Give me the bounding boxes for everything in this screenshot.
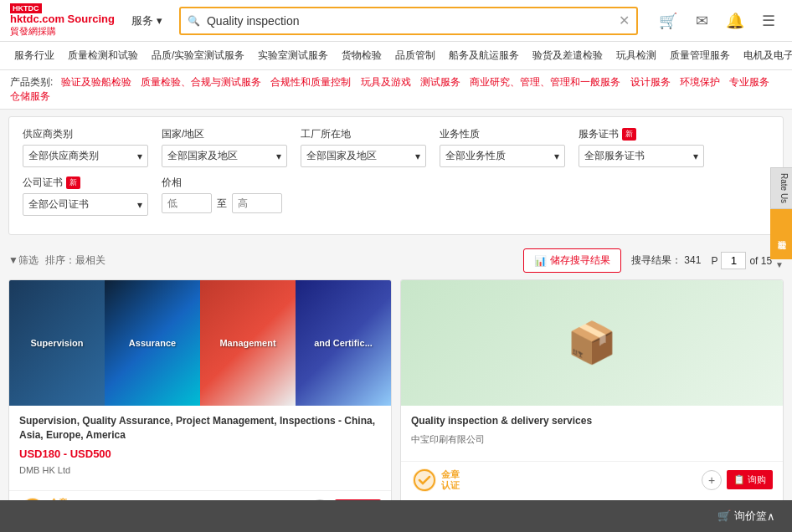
product-image-section: Supervision xyxy=(9,280,105,406)
price-low-input[interactable] xyxy=(162,193,212,213)
product-image-section: Management xyxy=(200,280,296,406)
type-nav: 产品类别: 验证及验船检验 质量检验、合规与测试服务 合规性和质量控制 玩具及游… xyxy=(0,70,792,110)
search-clear-icon[interactable]: ✕ xyxy=(619,13,630,28)
search-right: 📊 储存搜寻结果 搜寻结果： 341 P of 15 ▲ ▼ xyxy=(523,248,784,273)
price-to-label: 至 xyxy=(217,197,227,211)
rate-us-button[interactable]: Rate Us xyxy=(770,167,792,209)
cat-nav-item[interactable]: 质量管理服务 xyxy=(666,47,734,64)
services-label: 服务 xyxy=(131,13,153,28)
menu-icon[interactable]: ☰ xyxy=(755,8,782,34)
type-nav-link[interactable]: 质量检验、合规与测试服务 xyxy=(141,76,261,88)
service-cert-filter: 服务证书 新 全部服务证书 ▾ xyxy=(579,127,704,167)
search-controls: ▼筛选 排序：最相关 📊 储存搜寻结果 搜寻结果： 341 P of 15 ▲ … xyxy=(0,242,792,279)
type-nav-link[interactable]: 商业研究、管理、管理和一般服务 xyxy=(470,76,620,88)
cat-nav-item[interactable]: 船务及航运服务 xyxy=(445,47,523,64)
cat-nav-item[interactable]: 玩具检测 xyxy=(612,47,661,64)
product-image: 📦 xyxy=(401,280,783,406)
add-to-cart-button[interactable]: + xyxy=(702,470,722,490)
filter-row-1: 供应商类别 全部供应商类别 ▾ 国家/地区 全部国家及地区 ▾ 工厂所在地 全部… xyxy=(23,127,769,167)
inquiry-label: 询购 xyxy=(748,473,766,486)
search-input[interactable] xyxy=(207,14,619,28)
type-nav-link[interactable]: 测试服务 xyxy=(420,76,460,88)
type-nav-link[interactable]: 专业服务 xyxy=(729,76,769,88)
chevron-down-icon: ▾ xyxy=(137,151,142,162)
save-icon: 📊 xyxy=(534,255,547,267)
logo-area: HKTDC hktdc.com Sourcing 貿發網採購 xyxy=(10,3,115,38)
filter-row-2: 公司证书 新 全部公司证书 ▾ 价相 至 xyxy=(23,176,769,216)
type-nav-link[interactable]: 玩具及游戏 xyxy=(361,76,411,88)
cert-text: 金章认证 xyxy=(441,469,460,491)
service-cert-select[interactable]: 全部服务证书 ▾ xyxy=(579,145,704,167)
image-label: and Certific... xyxy=(311,335,376,351)
type-nav-link[interactable]: 合规性和质量控制 xyxy=(270,76,351,88)
total-pages-label: of 15 xyxy=(749,255,772,267)
side-panel: Rate Us 智能助理 xyxy=(770,167,792,259)
business-label: 业务性质 xyxy=(440,127,565,141)
save-results-button[interactable]: 📊 储存搜寻结果 xyxy=(523,248,621,273)
services-nav[interactable]: 服务 ▾ xyxy=(123,13,171,28)
factory-label: 工厂所在地 xyxy=(301,127,426,141)
chevron-down-icon: ▾ xyxy=(137,199,142,211)
cart-icon[interactable]: 🛒 xyxy=(655,8,681,34)
warehouse-illustration: 📦 xyxy=(567,320,617,366)
type-nav-link[interactable]: 设计服务 xyxy=(630,76,671,88)
product-image: Supervision Assurance Management and Cer… xyxy=(9,280,391,406)
product-title: Quality inspection & delivery services xyxy=(411,414,773,428)
price-high-input[interactable] xyxy=(232,193,282,213)
type-nav-link[interactable]: 验证及验船检验 xyxy=(61,76,131,88)
type-nav-link[interactable]: 仓储服务 xyxy=(10,90,50,102)
image-label: Assurance xyxy=(126,335,179,351)
business-select[interactable]: 全部业务性质 ▾ xyxy=(440,145,565,167)
image-label: Supervision xyxy=(28,335,87,351)
cat-nav-item[interactable]: 验货及差遣检验 xyxy=(528,47,607,64)
image-label: Management xyxy=(216,335,279,351)
cat-nav-item[interactable]: 货物检验 xyxy=(337,47,386,64)
product-info: Supervision, Quality Assurance, Project … xyxy=(9,406,391,490)
search-bar: 🔍 ✕ xyxy=(179,7,638,35)
product-grid: Supervision Assurance Management and Cer… xyxy=(0,279,792,532)
site-name: hktdc.com Sourcing xyxy=(10,13,115,25)
company-cert-filter: 公司证书 新 全部公司证书 ▾ xyxy=(23,176,148,216)
cert-badge: 金章认证 xyxy=(411,467,460,494)
header-icons: 🛒 ✉ 🔔 ☰ xyxy=(655,8,782,34)
chevron-down-icon: ▾ xyxy=(276,151,281,162)
country-value: 全部国家及地区 xyxy=(167,149,238,163)
company-cert-select[interactable]: 全部公司证书 ▾ xyxy=(23,193,148,216)
cat-nav-item[interactable]: 质量检测和试验 xyxy=(64,47,142,64)
product-card[interactable]: 📦 Quality inspection & delivery services… xyxy=(400,279,784,529)
cat-nav-item[interactable]: 服务行业 xyxy=(10,47,59,64)
inquiry-icon: 📋 xyxy=(733,474,745,485)
mail-icon[interactable]: ✉ xyxy=(688,8,715,34)
logo-subtitle: 貿發網採購 xyxy=(10,25,56,38)
product-company: DMB HK Ltd xyxy=(19,465,381,475)
supplier-type-filter: 供应商类别 全部供应商类别 ▾ xyxy=(23,127,148,167)
type-nav-link[interactable]: 环境保护 xyxy=(680,76,720,88)
company-cert-badge: 新 xyxy=(66,176,80,189)
cat-nav-item[interactable]: 品质/实验室测试服务 xyxy=(147,47,249,64)
page-input[interactable] xyxy=(721,252,746,269)
type-nav-label: 产品类别: xyxy=(10,76,53,88)
category-nav: 服务行业 质量检测和试验 品质/实验室测试服务 实验室测试服务 货物检验 品质管… xyxy=(0,42,792,70)
inquiry-button[interactable]: 📋 询购 xyxy=(727,470,773,489)
product-title: Supervision, Quality Assurance, Project … xyxy=(19,414,381,442)
bottom-bar[interactable]: 🛒 询价篮 ∧ xyxy=(0,500,792,532)
bell-icon[interactable]: 🔔 xyxy=(722,8,748,34)
cat-nav-item[interactable]: 品质管制 xyxy=(391,47,440,64)
page-down-icon[interactable]: ▼ xyxy=(775,261,784,269)
cat-nav-item[interactable]: 实验室测试服务 xyxy=(254,47,332,64)
price-row: 至 xyxy=(162,193,282,213)
bottom-bar-label: 🛒 询价篮 xyxy=(717,509,767,524)
country-filter: 国家/地区 全部国家及地区 ▾ xyxy=(162,127,287,167)
factory-value: 全部国家及地区 xyxy=(306,149,377,163)
supplier-type-select[interactable]: 全部供应商类别 ▾ xyxy=(23,145,148,167)
company-cert-value: 全部公司证书 xyxy=(28,197,89,212)
factory-select[interactable]: 全部国家及地区 ▾ xyxy=(301,145,426,167)
assistant-button[interactable]: 智能助理 xyxy=(770,209,792,259)
company-cert-label: 公司证书 新 xyxy=(23,176,148,190)
result-number: 341 xyxy=(684,254,701,266)
cat-nav-item[interactable]: 电机及电子产品 xyxy=(739,47,792,64)
country-select[interactable]: 全部国家及地区 ▾ xyxy=(162,145,287,167)
supplier-type-label: 供应商类别 xyxy=(23,127,148,141)
product-footer: 金章认证 + 📋 询购 xyxy=(401,461,783,499)
product-card[interactable]: Supervision Assurance Management and Cer… xyxy=(8,279,392,529)
